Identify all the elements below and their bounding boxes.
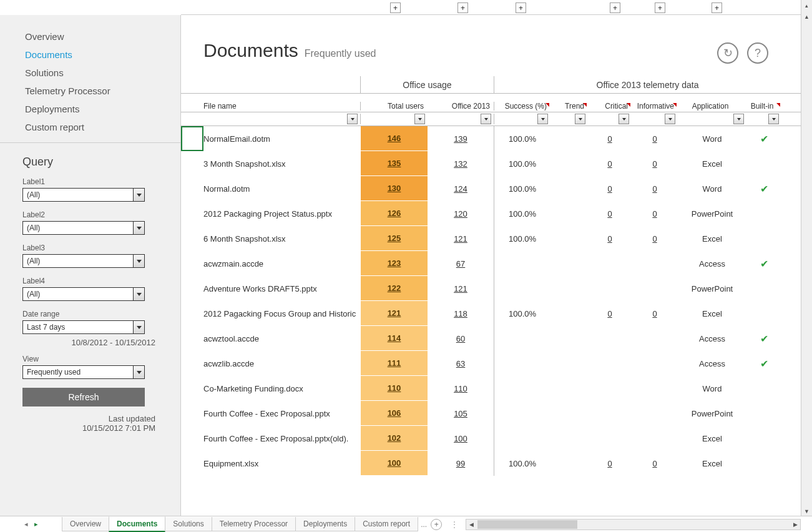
cell-total-users[interactable]: 126 bbox=[361, 201, 428, 226]
expand-group-button[interactable]: + bbox=[610, 2, 620, 13]
cell-total-users[interactable]: 102 bbox=[361, 426, 428, 451]
scroll-right-button[interactable]: ▶ bbox=[790, 521, 800, 528]
col-informative[interactable]: Informative bbox=[632, 102, 678, 111]
cell-informative[interactable]: 0 bbox=[632, 201, 678, 226]
table-row[interactable]: Adventure Works DRAFT5.pptx122121PowerPo… bbox=[181, 276, 801, 301]
col-success[interactable]: Success (%) bbox=[494, 102, 550, 111]
cell-total-users[interactable]: 135 bbox=[361, 151, 428, 176]
nav-deployments[interactable]: Deployments bbox=[0, 100, 180, 118]
cell-informative[interactable]: 0 bbox=[632, 226, 678, 251]
col-total-users[interactable]: Total users bbox=[361, 102, 428, 111]
expand-group-button[interactable]: + bbox=[655, 2, 665, 13]
col-trend[interactable]: Trend bbox=[550, 102, 588, 111]
cell-office-2013[interactable]: 120 bbox=[428, 201, 494, 226]
cell-total-users[interactable]: 123 bbox=[361, 251, 428, 276]
help-icon[interactable]: ? bbox=[747, 42, 768, 64]
cell-total-users[interactable]: 122 bbox=[361, 276, 428, 301]
col-built-in[interactable]: Built-in bbox=[746, 102, 781, 111]
cell-office-2013[interactable]: 121 bbox=[428, 276, 494, 301]
nav-telemetry-processor[interactable]: Telemetry Processor bbox=[0, 82, 180, 100]
sheet-tab-documents[interactable]: Documents bbox=[109, 516, 165, 532]
cell-total-users[interactable]: 100 bbox=[361, 451, 428, 476]
filter-button[interactable] bbox=[665, 114, 675, 124]
filter-button[interactable] bbox=[481, 114, 491, 124]
filter-button[interactable] bbox=[733, 114, 744, 124]
cell-total-users[interactable]: 111 bbox=[361, 351, 428, 376]
cell-office-2013[interactable]: 99 bbox=[428, 451, 494, 476]
cell-office-2013[interactable]: 121 bbox=[428, 226, 494, 251]
scrollbar-thumb[interactable] bbox=[477, 520, 577, 529]
expand-group-button[interactable]: + bbox=[457, 2, 468, 13]
sheet-tab-custom-report[interactable]: Custom report bbox=[355, 517, 418, 531]
refresh-button[interactable]: Refresh bbox=[22, 388, 145, 406]
cell-office-2013[interactable]: 132 bbox=[428, 151, 494, 176]
cell-critical[interactable]: 0 bbox=[588, 226, 632, 251]
table-row[interactable]: Fourth Coffee - Exec Proposal.pptx(old).… bbox=[181, 426, 801, 451]
sheet-nav-buttons[interactable]: ◂▸ bbox=[0, 520, 62, 528]
cell-total-users[interactable]: 130 bbox=[361, 176, 428, 201]
table-row[interactable]: Normal.dotm130124100.0%00Word✔ bbox=[181, 176, 801, 201]
cell-office-2013[interactable]: 67 bbox=[428, 251, 494, 276]
cell-total-users[interactable]: 110 bbox=[361, 376, 428, 401]
query-select-label2[interactable]: (All) bbox=[22, 221, 145, 235]
table-row[interactable]: Co-Marketing Funding.docx110110Word bbox=[181, 376, 801, 401]
expand-group-button[interactable]: + bbox=[516, 2, 526, 13]
nav-solutions[interactable]: Solutions bbox=[0, 64, 180, 82]
cell-office-2013[interactable]: 118 bbox=[428, 301, 494, 326]
table-row[interactable]: acwztool.accde11460Access✔ bbox=[181, 326, 801, 351]
sheet-tab-deployments[interactable]: Deployments bbox=[295, 517, 355, 531]
cell-critical[interactable]: 0 bbox=[588, 126, 632, 151]
sheet-tab-solutions[interactable]: Solutions bbox=[165, 517, 212, 531]
col-critical[interactable]: Critical bbox=[588, 102, 632, 111]
query-select-date[interactable]: Last 7 days bbox=[22, 320, 145, 334]
cell-office-2013[interactable]: 105 bbox=[428, 401, 494, 426]
nav-overview[interactable]: Overview bbox=[0, 27, 180, 46]
cell-office-2013[interactable]: 110 bbox=[428, 376, 494, 401]
cell-total-users[interactable]: 114 bbox=[361, 326, 428, 351]
query-select-view[interactable]: Frequently used bbox=[22, 365, 145, 379]
cell-office-2013[interactable]: 139 bbox=[428, 126, 494, 151]
cell-office-2013[interactable]: 63 bbox=[428, 351, 494, 376]
cell-critical[interactable]: 0 bbox=[588, 301, 632, 326]
query-select-label1[interactable]: (All) bbox=[22, 188, 145, 202]
filter-button[interactable] bbox=[414, 114, 425, 124]
filter-button[interactable] bbox=[537, 114, 548, 124]
cell-critical[interactable]: 0 bbox=[588, 201, 632, 226]
cell-informative[interactable]: 0 bbox=[632, 151, 678, 176]
cell-office-2013[interactable]: 60 bbox=[428, 326, 494, 351]
col-office-2013[interactable]: Office 2013 bbox=[428, 102, 494, 111]
col-file-name[interactable]: File name bbox=[203, 102, 361, 111]
cell-total-users[interactable]: 121 bbox=[361, 301, 428, 326]
add-sheet-button[interactable]: + bbox=[431, 519, 442, 530]
cell-total-users[interactable]: 106 bbox=[361, 401, 428, 426]
refresh-icon[interactable]: ↻ bbox=[717, 42, 738, 64]
sheet-tab-overview[interactable]: Overview bbox=[62, 517, 109, 531]
filter-button[interactable] bbox=[619, 114, 629, 124]
query-select-label3[interactable]: (All) bbox=[22, 254, 145, 268]
cell-office-2013[interactable]: 124 bbox=[428, 176, 494, 201]
expand-group-button[interactable]: + bbox=[390, 2, 401, 13]
cell-informative[interactable]: 0 bbox=[632, 301, 678, 326]
filter-button[interactable] bbox=[575, 114, 585, 124]
expand-group-button[interactable]: + bbox=[712, 2, 722, 13]
cell-critical[interactable]: 0 bbox=[588, 151, 632, 176]
cell-critical[interactable]: 0 bbox=[588, 451, 632, 476]
table-row[interactable]: 3 Month Snapshot.xlsx135132100.0%00Excel bbox=[181, 151, 801, 176]
filter-button[interactable] bbox=[347, 114, 358, 124]
sheet-more-icon[interactable]: ... bbox=[421, 520, 427, 529]
horizontal-scrollbar[interactable]: ◀ ▶ bbox=[466, 519, 801, 530]
cell-informative[interactable]: 0 bbox=[632, 126, 678, 151]
cell-total-users[interactable]: 146 bbox=[361, 126, 428, 151]
table-row[interactable]: 2012 Packaging Project Status.pptx126120… bbox=[181, 201, 801, 226]
table-row[interactable]: Equipment.xlsx10099100.0%00Excel bbox=[181, 451, 801, 476]
cell-office-2013[interactable]: 100 bbox=[428, 426, 494, 451]
sheet-tab-telemetry-processor[interactable]: Telemetry Processor bbox=[212, 517, 296, 531]
table-row[interactable]: 6 Month Snapshot.xlsx125121100.0%00Excel bbox=[181, 226, 801, 251]
table-row[interactable]: 2012 Pagacking Focus Group and Historic1… bbox=[181, 301, 801, 326]
nav-custom-report[interactable]: Custom report bbox=[0, 118, 180, 136]
cell-critical[interactable]: 0 bbox=[588, 176, 632, 201]
cell-informative[interactable]: 0 bbox=[632, 176, 678, 201]
table-row[interactable]: NormalEmail.dotm146139100.0%00Word✔ bbox=[181, 126, 801, 151]
filter-button[interactable] bbox=[768, 114, 779, 124]
col-application[interactable]: Application bbox=[678, 102, 746, 111]
